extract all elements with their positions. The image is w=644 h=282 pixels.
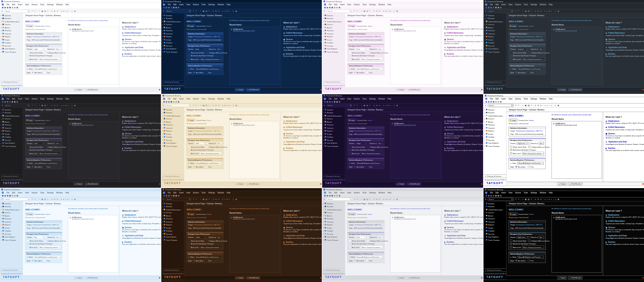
sidebar-item-track-changes[interactable]: ▸Track Changes xyxy=(322,144,345,148)
login-button[interactable]: Login xyxy=(25,24,34,28)
sidebar-item-runtime[interactable]: ▸Runtime xyxy=(161,17,184,20)
expand-chevron-icon[interactable]: ▸ xyxy=(323,136,324,138)
switch-at-checkbox[interactable] xyxy=(206,236,208,238)
expand-chevron-icon[interactable]: ▸ xyxy=(484,233,485,235)
search-input[interactable]: Search xyxy=(4,10,30,13)
start-item-dataexplorer[interactable]: ◎DataExplorerExplore data sources using … xyxy=(606,26,644,30)
export-tags-icon[interactable]: ♦ xyxy=(63,10,64,12)
sidebar-item-security[interactable]: ▸Security xyxy=(484,44,506,47)
output-button[interactable]: ▲ Output xyxy=(234,88,245,91)
expand-chevron-icon[interactable]: ▸ xyxy=(323,236,324,238)
sidebar-item-displays[interactable]: ▸Displays xyxy=(0,135,23,138)
radio-selected-icon[interactable] xyxy=(32,260,34,262)
target-value[interactable]: FrameworX Unlimited on .NET 6.0 xyxy=(33,224,59,226)
expand-chevron-icon[interactable]: ▸ xyxy=(484,212,485,214)
start-item-application-and-draw[interactable]: ★Application and DrawSetup Application M… xyxy=(606,141,644,145)
menu-edit[interactable]: Edit xyxy=(173,192,176,194)
info-icon[interactable]: ◉ xyxy=(557,198,559,200)
output-button[interactable]: ▲ Output xyxy=(557,182,567,185)
switch-at-checkbox[interactable] xyxy=(206,48,208,50)
new-solution-icon[interactable] xyxy=(324,7,326,8)
expand-chevron-icon[interactable]: ▸ xyxy=(323,209,324,210)
download-status[interactable]: Download xyxy=(481,182,483,186)
start-item-devices[interactable]: ▣DevicesOn Devices, map Tags to read/wri… xyxy=(444,227,483,233)
save-icon[interactable] xyxy=(490,101,492,103)
menu-window[interactable]: Window xyxy=(56,4,63,6)
menu-window[interactable]: Window xyxy=(217,98,224,100)
start-item-runtime[interactable]: ▶RuntimeRun your application or verify t… xyxy=(122,147,161,151)
show-quick-help-checkbox[interactable] xyxy=(349,146,351,148)
zoom-in-icon[interactable]: ⊕ xyxy=(376,104,378,106)
zoom-out-icon[interactable]: ⊖ xyxy=(379,104,380,106)
expand-chevron-icon[interactable]: ▸ xyxy=(162,218,163,220)
auto-export-checkbox[interactable]: ✓ xyxy=(188,149,190,151)
start-item-dataexplorer[interactable]: ◎DataExplorerExplore data sources using … xyxy=(606,120,644,124)
menu-view[interactable]: View xyxy=(25,98,29,100)
expand-chevron-icon[interactable]: ▸ xyxy=(162,221,163,223)
hamburger-icon[interactable]: ≡ xyxy=(485,198,486,201)
menu-tools[interactable]: Tools xyxy=(201,4,206,6)
copy-icon[interactable]: ▣ xyxy=(363,198,365,200)
hierarchy-icon[interactable]: ♦ xyxy=(549,10,549,12)
redo-icon[interactable]: ↷ xyxy=(34,10,36,12)
expand-chevron-icon[interactable]: ▸ xyxy=(162,233,163,235)
undo-icon[interactable]: ↶ xyxy=(515,10,516,12)
info-icon[interactable]: ◉ xyxy=(396,104,398,106)
download-status[interactable]: Download xyxy=(159,182,160,186)
new-solution-icon[interactable] xyxy=(2,195,4,197)
show-quick-help-checkbox[interactable] xyxy=(188,52,190,54)
save-icon[interactable] xyxy=(168,101,170,103)
collapse-menu-checkbox[interactable]: ✓ xyxy=(206,52,208,54)
zoom-out-icon[interactable]: ⊖ xyxy=(540,104,542,106)
start-item-devices[interactable]: ▣DevicesOn Devices, map Tags to read/wri… xyxy=(444,132,483,139)
menu-file[interactable]: File xyxy=(329,98,332,100)
login-button[interactable]: Login xyxy=(186,24,195,28)
search-input[interactable]: Search xyxy=(165,10,191,13)
zoom-out-icon[interactable]: ⊖ xyxy=(218,104,220,106)
menu-edit[interactable]: Edit xyxy=(12,4,15,6)
expand-chevron-icon[interactable]: ▸ xyxy=(484,133,485,135)
run-icon[interactable] xyxy=(173,101,175,103)
start-item-application-and-draw[interactable]: ★Application and DrawSetup Application M… xyxy=(606,235,644,239)
style-option-tree[interactable]: Tree xyxy=(366,72,372,74)
info-icon[interactable]: ◉ xyxy=(396,198,398,200)
menu-help[interactable]: Help xyxy=(387,4,391,6)
menu-edit[interactable]: Edit xyxy=(334,98,338,100)
sidebar-item-reports[interactable]: ▸Reports xyxy=(0,35,23,38)
start-item-application-and-draw[interactable]: ★Application and DrawSetup Application M… xyxy=(444,47,483,51)
sidebar-item-devices[interactable]: ▸Devices xyxy=(322,23,345,26)
output-button[interactable]: ▲ Output xyxy=(396,88,406,91)
radio-icon[interactable] xyxy=(366,260,368,262)
expand-chevron-icon[interactable]: ▸ xyxy=(323,48,324,50)
expand-chevron-icon[interactable]: ▸ xyxy=(162,133,163,135)
style-option-accordion[interactable]: Accordion xyxy=(515,72,525,74)
start-item-application-and-draw[interactable]: ★Application and DrawSetup Application M… xyxy=(444,141,483,145)
autosave-select[interactable]: When Closing Documents ▾ xyxy=(38,58,61,61)
output-button[interactable]: ▲ Output xyxy=(234,276,245,280)
expand-chevron-icon[interactable]: ▸ xyxy=(162,42,163,44)
start-item-runtime[interactable]: ▶RuntimeRun your application or verify t… xyxy=(444,147,483,151)
autosave-checkbox[interactable]: ✓ xyxy=(188,246,190,248)
open-solution-icon[interactable] xyxy=(4,195,6,197)
style-option-accordion[interactable]: Accordion xyxy=(354,260,364,262)
sidebar-item-devices[interactable]: ▸Devices xyxy=(161,117,184,120)
search-input[interactable]: Search xyxy=(487,10,513,13)
expand-chevron-icon[interactable]: ▸ xyxy=(162,239,163,241)
assets-icon[interactable]: ♦ xyxy=(68,104,68,106)
expand-chevron-icon[interactable]: ▸ xyxy=(323,115,324,117)
theme-select[interactable]: Light ▾ xyxy=(33,48,44,51)
print-icon[interactable]: ⊙ xyxy=(51,10,53,12)
autosave-select[interactable]: When Closing Documents ▾ xyxy=(200,58,222,61)
show-quick-help-checkbox[interactable] xyxy=(27,52,29,54)
radio-selected-icon[interactable] xyxy=(32,72,34,74)
expand-chevron-icon[interactable]: ▸ xyxy=(162,230,163,232)
start-item-dataexplorer[interactable]: ◎DataExplorerExplore data sources using … xyxy=(606,214,644,218)
sidebar-item-unified-namespace[interactable]: ▸Unified Namespace xyxy=(484,20,506,23)
radio-icon[interactable] xyxy=(205,72,207,74)
menu-file[interactable]: File xyxy=(168,192,171,194)
export-tags-icon[interactable]: ♦ xyxy=(63,198,64,200)
zoom-out-icon[interactable]: ⊖ xyxy=(218,10,220,12)
start-item-application-and-draw[interactable]: ★Application and DrawSetup Application M… xyxy=(122,47,161,51)
menu-actions[interactable]: Actions xyxy=(354,4,360,6)
menu-window[interactable]: Window xyxy=(378,98,385,100)
